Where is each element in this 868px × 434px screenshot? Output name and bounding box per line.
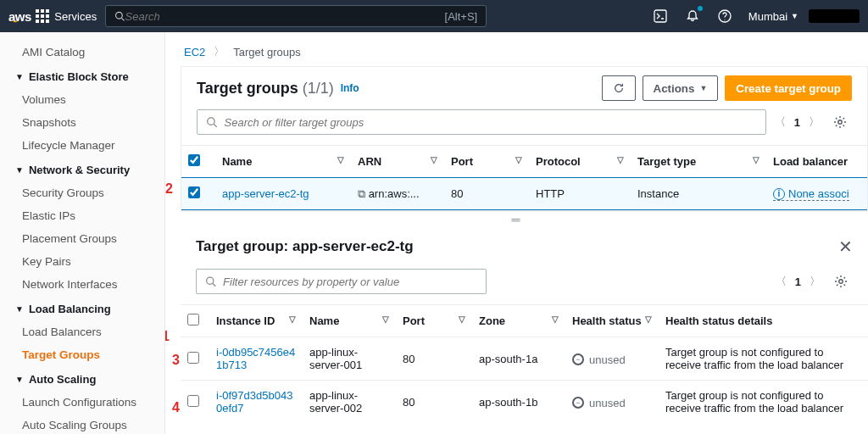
services-menu[interactable]: Services <box>36 9 97 23</box>
global-nav: aws⌣ Services [Alt+S] Mumbai▼ <box>0 0 868 32</box>
targets-table: Instance ID▽ Name▽ Port▽ Zone▽ Health st… <box>181 304 868 423</box>
sidebar-section-header[interactable]: ▼Elastic Block Store <box>0 64 164 88</box>
refresh-icon <box>613 82 625 94</box>
svg-point-4 <box>208 118 214 125</box>
svg-line-1 <box>122 18 125 20</box>
sidebar-item[interactable]: Load Balancers <box>0 320 164 343</box>
instance-id-link[interactable]: i-0db95c7456e41b713 <box>216 346 296 371</box>
sidebar-item[interactable]: Lifecycle Manager <box>0 134 164 157</box>
filter-target-groups[interactable] <box>197 109 766 135</box>
resize-handle[interactable]: ═ <box>165 211 868 228</box>
filter-input[interactable] <box>225 116 757 129</box>
load-balancer-warning[interactable]: iNone associ <box>773 187 849 201</box>
filter-input[interactable] <box>223 275 477 288</box>
sidebar-section-header[interactable]: ▼Load Balancing <box>0 296 164 320</box>
gear-icon <box>833 115 847 129</box>
health-status: −unused <box>572 397 626 409</box>
next-page[interactable]: 〉 <box>810 274 821 289</box>
search-icon <box>206 116 218 128</box>
main-content: 1 2 3 4 EC2 〉 Target groups Target group… <box>165 32 868 434</box>
info-icon: i <box>773 188 785 200</box>
annotation-4: 4 <box>172 400 180 415</box>
gear-icon <box>834 275 848 288</box>
search-input[interactable] <box>125 10 445 23</box>
close-icon[interactable]: ✕ <box>838 236 853 257</box>
sidebar-item[interactable]: Launch Configurations <box>0 391 164 414</box>
minus-circle-icon: − <box>572 353 584 365</box>
grid-icon <box>36 9 49 23</box>
search-shortcut: [Alt+S] <box>445 10 478 23</box>
target-groups-panel: Target groups (1/1) Info Actions▼ Create… <box>181 66 868 211</box>
search-icon <box>114 10 125 22</box>
sidebar-section-header[interactable]: ▼Auto Scaling <box>0 366 164 391</box>
minus-circle-icon: − <box>572 397 584 409</box>
chevron-right-icon: 〉 <box>214 44 225 59</box>
account-menu[interactable] <box>809 9 860 23</box>
info-link[interactable]: Info <box>341 82 359 94</box>
table-row[interactable]: i-0f97d3d5b0430efd7app-linux-server-0028… <box>181 381 868 424</box>
target-group-detail-panel: Target group: app-server-ec2-tg ✕ 〈 1 〉 <box>165 228 868 423</box>
row-checkbox[interactable] <box>188 186 200 198</box>
page-number: 1 <box>794 116 800 129</box>
target-groups-table: Name▽ ARN▽ Port▽ Protocol▽ Target type▽ … <box>181 145 867 210</box>
services-label: Services <box>54 10 97 23</box>
sidebar-item[interactable]: Target Groups <box>0 343 164 366</box>
sidebar-item[interactable]: Network Interfaces <box>0 273 164 296</box>
pagination: 〈 1 〉 <box>776 274 821 289</box>
pagination: 〈 1 〉 <box>775 114 820 130</box>
svg-rect-2 <box>654 10 666 22</box>
svg-line-5 <box>214 125 216 127</box>
table-row[interactable]: app-server-ec2-tg ⧉ arn:aws:... 80 HTTP … <box>181 178 867 210</box>
sidebar-nav: AMI Catalog▼Elastic Block StoreVolumesSn… <box>0 32 165 434</box>
actions-dropdown[interactable]: Actions▼ <box>643 75 719 101</box>
select-all-checkbox[interactable] <box>188 154 200 166</box>
copy-icon[interactable]: ⧉ <box>358 187 365 200</box>
sidebar-item[interactable]: Elastic IPs <box>0 204 164 227</box>
svg-point-6 <box>838 120 842 124</box>
svg-line-8 <box>213 283 215 286</box>
breadcrumb-root[interactable]: EC2 <box>184 46 205 58</box>
sidebar-item[interactable]: Security Groups <box>0 181 164 204</box>
sidebar-item[interactable]: Auto Scaling Groups <box>0 414 164 434</box>
aws-logo[interactable]: aws⌣ <box>8 9 17 24</box>
select-all-checkbox[interactable] <box>187 314 199 326</box>
prev-page[interactable]: 〈 <box>776 274 787 289</box>
svg-point-0 <box>116 12 123 19</box>
next-page[interactable]: 〉 <box>809 114 820 130</box>
detail-title: Target group: app-server-ec2-tg <box>196 238 414 255</box>
breadcrumb: EC2 〉 Target groups <box>165 32 868 66</box>
sidebar-item[interactable]: AMI Catalog <box>0 41 164 64</box>
page-number: 1 <box>795 275 801 288</box>
sidebar-item[interactable]: Snapshots <box>0 111 164 134</box>
region-selector[interactable]: Mumbai▼ <box>748 10 798 23</box>
annotation-2: 2 <box>165 181 173 197</box>
cloudshell-icon[interactable] <box>652 8 669 25</box>
annotation-1: 1 <box>165 329 170 344</box>
filter-targets[interactable] <box>196 269 487 294</box>
breadcrumb-current: Target groups <box>233 46 301 58</box>
page-title: Target groups (1/1) <box>197 80 334 97</box>
preferences-button[interactable] <box>828 110 852 134</box>
row-checkbox[interactable] <box>187 352 199 364</box>
global-search[interactable]: [Alt+S] <box>105 5 487 27</box>
sidebar-item[interactable]: Key Pairs <box>0 250 164 273</box>
row-checkbox[interactable] <box>187 395 199 407</box>
create-target-group-button[interactable]: Create target group <box>725 75 852 101</box>
instance-id-link[interactable]: i-0f97d3d5b0430efd7 <box>216 389 296 415</box>
sidebar-section-header[interactable]: ▼Network & Security <box>0 157 164 181</box>
search-icon <box>205 275 216 287</box>
prev-page[interactable]: 〈 <box>775 114 786 130</box>
sidebar-item[interactable]: Placement Groups <box>0 227 164 250</box>
help-icon[interactable] <box>716 8 733 25</box>
notifications-icon[interactable] <box>684 8 701 25</box>
health-status: −unused <box>572 353 626 366</box>
annotation-3: 3 <box>172 353 180 368</box>
refresh-button[interactable] <box>602 75 636 101</box>
sidebar-item[interactable]: Volumes <box>0 88 164 111</box>
preferences-button[interactable] <box>829 270 853 293</box>
svg-point-7 <box>207 277 214 284</box>
target-group-name-link[interactable]: app-server-ec2-tg <box>222 187 309 200</box>
svg-point-9 <box>839 280 843 283</box>
table-row[interactable]: i-0db95c7456e41b713app-linux-server-0018… <box>181 337 868 381</box>
